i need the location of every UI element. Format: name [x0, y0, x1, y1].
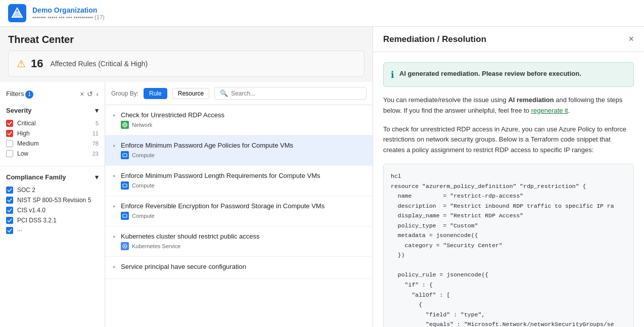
search-icon: 🔍 [220, 89, 228, 97]
more-checkbox[interactable] [6, 227, 13, 234]
rule-info: Service principal have secure configurat… [121, 263, 366, 272]
filters-header: Filters1 × ↺ ‹ [0, 87, 105, 104]
expand-icon [113, 202, 116, 209]
critical-label: Critical [17, 120, 91, 127]
content-area: Filters1 × ↺ ‹ Severity [0, 82, 373, 327]
rule-name: Enforce Reversible Encryption for Passwo… [121, 202, 366, 210]
rule-service: Compute [121, 151, 366, 159]
rule-group-btn[interactable]: Rule [144, 88, 167, 99]
compliance-chevron [95, 173, 99, 181]
refresh-filters-icon[interactable]: ↺ [87, 90, 93, 98]
medium-count: 78 [93, 141, 99, 147]
service-label: Kubernetes Service [132, 243, 180, 249]
org-logo [8, 4, 26, 22]
filter-medium[interactable]: Medium 78 [6, 138, 99, 149]
expand-icon [113, 142, 116, 148]
filter-pci[interactable]: PCI DSS 3.2.1 [6, 215, 99, 225]
rule-service: Kubernetes Service [121, 242, 366, 250]
rule-name: Check for Unrestricted RDP Access [121, 111, 366, 119]
resource-group-btn[interactable]: Resource [172, 88, 209, 99]
rp-header: Remediation / Resolution × [373, 27, 644, 52]
desc-prefix: You can remediate/resolve the issue usin… [383, 96, 508, 104]
pci-checkbox[interactable] [6, 217, 13, 224]
rule-info: Check for Unrestricted RDP Access Networ… [121, 111, 366, 129]
svg-rect-4 [123, 154, 127, 157]
info-icon: ℹ [391, 69, 394, 80]
collapse-filters-icon[interactable]: ‹ [96, 90, 99, 98]
org-info: Demo Organization ••••••• ••••• ••• ••• … [32, 6, 105, 20]
critical-count: 5 [96, 120, 99, 126]
k8s-icon [121, 242, 129, 250]
rule-info: Enforce Reversible Encryption for Passwo… [121, 202, 366, 220]
rule-item-password-length[interactable]: Enforce Minimum Password Length Requirem… [105, 166, 373, 196]
ai-notice-banner: ℹ AI generated remediation. Please revie… [383, 62, 634, 87]
high-checkbox[interactable] [6, 130, 13, 137]
desc-suffix: . [568, 107, 570, 114]
filters-title: Filters1 [6, 90, 33, 99]
filter-low[interactable]: Low 23 [6, 149, 99, 159]
network-icon [121, 121, 129, 129]
filter-nist[interactable]: NIST SP 800-53 Revision 5 [6, 195, 99, 205]
critical-checkbox[interactable] [6, 120, 13, 127]
medium-label: Medium [17, 140, 88, 147]
service-label: Compute [132, 182, 155, 189]
page-title: Threat Center [0, 27, 373, 51]
rule-service: Compute [121, 212, 366, 220]
filter-high[interactable]: High 11 [6, 128, 99, 138]
compliance-section: Compliance Family SOC 2 NIST SP 800-5 [0, 170, 105, 239]
nist-label: NIST SP 800-53 Revision 5 [17, 197, 99, 204]
low-count: 23 [93, 151, 99, 157]
clear-filters-icon[interactable]: × [80, 90, 84, 98]
low-checkbox[interactable] [6, 150, 13, 157]
rule-service: Network [121, 121, 366, 129]
compute-icon [121, 212, 129, 220]
service-label: Compute [132, 213, 155, 219]
filter-soc2[interactable]: SOC 2 [6, 185, 99, 195]
filter-more[interactable]: ··· [6, 225, 99, 236]
search-input[interactable] [231, 90, 361, 97]
filters-badge: 1 [25, 90, 33, 99]
severity-header[interactable]: Severity [6, 107, 99, 114]
left-panel: Threat Center ⚠ 16 Affected Rules (Criti… [0, 27, 373, 327]
main-layout: Threat Center ⚠ 16 Affected Rules (Criti… [0, 27, 644, 327]
more-label: ··· [17, 227, 99, 234]
filters-actions: × ↺ ‹ [80, 90, 99, 98]
rule-info: Kubernetes cluster should restrict publi… [121, 232, 366, 250]
close-button[interactable]: × [628, 34, 634, 44]
soc2-label: SOC 2 [17, 186, 99, 194]
nist-checkbox[interactable] [6, 197, 13, 204]
soc2-checkbox[interactable] [6, 186, 13, 194]
rule-item-principal[interactable]: Service principal have secure configurat… [105, 257, 373, 279]
org-name: Demo Organization [32, 6, 105, 14]
regenerate-link[interactable]: regenerate it [531, 107, 568, 114]
rules-panel: Group By: Rule Resource 🔍 Check for Unre… [105, 82, 373, 327]
azure-icon [11, 7, 23, 19]
compliance-header[interactable]: Compliance Family [6, 173, 99, 181]
rule-item-rdp[interactable]: Check for Unrestricted RDP Access Networ… [105, 105, 373, 135]
high-label: High [17, 130, 88, 137]
medium-checkbox[interactable] [6, 140, 13, 147]
rules-toolbar: Group By: Rule Resource 🔍 [105, 82, 373, 105]
rp-title: Remediation / Resolution [383, 34, 486, 44]
filter-critical[interactable]: Critical 5 [6, 118, 99, 128]
top-bar: Demo Organization ••••••• ••••• ••• ••• … [0, 0, 644, 27]
alert-count: 16 [31, 57, 43, 70]
expand-icon [113, 232, 116, 239]
rule-item-encryption[interactable]: Enforce Reversible Encryption for Passwo… [105, 196, 373, 226]
ai-notice-strong: AI generated remediation. Please review … [399, 70, 581, 77]
rp-detail: To check for unrestricted RDP access in … [383, 124, 634, 156]
cis-checkbox[interactable] [6, 207, 13, 214]
rule-item-k8s[interactable]: Kubernetes cluster should restrict publi… [105, 226, 373, 257]
code-block: hcl resource "azurerm_policy_definition"… [383, 164, 634, 327]
service-label: Network [132, 122, 152, 128]
rule-name: Enforce Minimum Password Age Policies fo… [121, 142, 366, 149]
expand-icon [113, 111, 116, 118]
rule-name: Kubernetes cluster should restrict publi… [121, 232, 366, 240]
high-count: 11 [93, 130, 99, 136]
rule-item-password-age[interactable]: Enforce Minimum Password Age Policies fo… [105, 135, 373, 166]
filters-panel: Filters1 × ↺ ‹ Severity [0, 82, 105, 327]
desc-highlight: AI remediation [508, 96, 554, 104]
filter-cis[interactable]: CIS v1.4.0 [6, 205, 99, 215]
svg-rect-7 [123, 184, 127, 187]
search-box: 🔍 [214, 87, 366, 100]
